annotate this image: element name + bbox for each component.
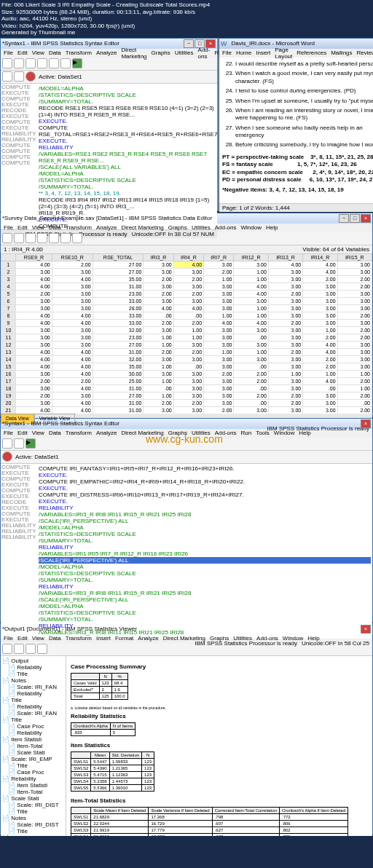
data-cell[interactable]: 31.00 bbox=[93, 283, 144, 290]
tree-item[interactable]: 📄 Output bbox=[2, 658, 64, 664]
close-button[interactable]: × bbox=[361, 419, 371, 428]
data-cell[interactable]: 3.00 bbox=[144, 268, 173, 275]
data-cell[interactable]: 3.00 bbox=[337, 341, 372, 348]
minimize-button[interactable]: − bbox=[339, 214, 349, 223]
menu-help[interactable]: Help bbox=[266, 224, 278, 231]
data-cell[interactable]: 3.00 bbox=[16, 399, 52, 406]
menu-utilities[interactable]: Utilities bbox=[192, 430, 211, 436]
menu-graphs[interactable]: Graphs bbox=[152, 50, 170, 56]
menu-insert[interactable]: Insert bbox=[96, 635, 111, 642]
data-cell[interactable]: 3.00 bbox=[52, 268, 93, 275]
tree-item[interactable]: 📄 Title bbox=[2, 671, 64, 677]
syntax-editor[interactable]: COMPUTE IRI_FANTASY=IRI1+IRI5+IRI7_R+IRI… bbox=[37, 464, 372, 639]
menu-direct-marketing[interactable]: Direct Marketing bbox=[121, 430, 163, 436]
data-cell[interactable]: 31.00 bbox=[93, 399, 144, 406]
data-cell[interactable]: 3.00 bbox=[204, 377, 234, 384]
data-cell[interactable]: 3.00 bbox=[268, 312, 302, 319]
data-cell[interactable]: 4.00 bbox=[234, 290, 268, 297]
tree-item[interactable]: 📄 Notes bbox=[2, 677, 64, 684]
data-cell[interactable]: 4.00 bbox=[303, 268, 337, 275]
print-icon[interactable] bbox=[25, 644, 36, 654]
data-cell[interactable]: 4.00 bbox=[303, 341, 337, 348]
data-cell[interactable]: 2.00 bbox=[173, 275, 203, 283]
data-cell[interactable]: 4.00 bbox=[52, 363, 93, 370]
data-cell[interactable]: 3.00 bbox=[16, 304, 52, 312]
tree-item[interactable]: 📄 Item-Total bbox=[2, 743, 64, 749]
data-cell[interactable]: 3.00 bbox=[173, 297, 203, 304]
minimize-button[interactable]: − bbox=[184, 39, 194, 48]
tree-item[interactable]: 📄 Scale: IRI_EMP bbox=[2, 756, 64, 762]
data-cell[interactable]: 4.00 bbox=[52, 275, 93, 283]
find-icon[interactable] bbox=[60, 58, 71, 68]
menu-analyze[interactable]: Analyze bbox=[96, 224, 117, 231]
data-cell[interactable]: 3.00 bbox=[16, 268, 52, 275]
undo-icon[interactable] bbox=[37, 58, 47, 68]
tree-item[interactable]: 📄 Reliability bbox=[2, 664, 64, 671]
tree-item[interactable]: 📄 Title bbox=[2, 762, 64, 769]
menu-tools[interactable]: Tools bbox=[256, 430, 270, 436]
data-cell[interactable]: 31.00 bbox=[93, 406, 144, 414]
data-cell[interactable]: 31.00 bbox=[93, 384, 144, 392]
row-number[interactable]: 5 bbox=[1, 290, 16, 297]
data-cell[interactable]: 3.00 bbox=[173, 384, 203, 392]
data-cell[interactable]: 3.00 bbox=[52, 392, 93, 399]
save-icon[interactable] bbox=[14, 58, 24, 68]
data-cell[interactable]: 3.00 bbox=[268, 377, 302, 384]
data-cell[interactable]: 3.00 bbox=[268, 304, 302, 312]
data-cell[interactable]: 1.00 bbox=[337, 384, 372, 392]
data-cell[interactable]: 3.00 bbox=[173, 392, 203, 399]
tb-icon[interactable] bbox=[2, 71, 12, 82]
menu-file[interactable]: File bbox=[4, 224, 13, 231]
row-number[interactable]: 16 bbox=[1, 370, 16, 377]
data-cell[interactable]: 3.00 bbox=[337, 261, 372, 268]
data-cell[interactable]: 3.00 bbox=[303, 319, 337, 326]
data-cell[interactable]: 35.00 bbox=[93, 363, 144, 370]
menu-transform[interactable]: Transform bbox=[66, 224, 92, 231]
find-icon[interactable] bbox=[60, 233, 71, 243]
menu-view[interactable]: View bbox=[32, 50, 44, 56]
data-cell[interactable]: 4.00 bbox=[52, 384, 93, 392]
column-header[interactable]: IRI15_R bbox=[337, 253, 372, 261]
data-cell[interactable]: 4.00 bbox=[52, 406, 93, 414]
menu-utilities[interactable]: Utilities bbox=[233, 635, 252, 642]
export-icon[interactable] bbox=[37, 644, 47, 654]
menu-transform[interactable]: Transform bbox=[66, 635, 92, 642]
tree-item[interactable]: 📄 Scale Stati bbox=[2, 749, 64, 756]
menu-file[interactable]: File bbox=[222, 50, 232, 56]
data-cell[interactable]: 3.00 bbox=[52, 326, 93, 334]
menubar[interactable]: FileEditViewDataTransformAnalyzeDirect M… bbox=[1, 49, 217, 58]
menu-edit[interactable]: Edit bbox=[17, 50, 28, 56]
data-cell[interactable]: 3.00 bbox=[337, 348, 372, 355]
data-cell[interactable]: 4.00 bbox=[234, 319, 268, 326]
data-cell[interactable]: 32.00 bbox=[93, 355, 144, 363]
menu-window[interactable]: Window bbox=[240, 224, 261, 231]
data-cell[interactable]: 4.00 bbox=[52, 319, 93, 326]
data-cell[interactable]: 1.00 bbox=[204, 275, 234, 283]
maximize-button[interactable]: □ bbox=[350, 214, 360, 223]
data-cell[interactable]: 2.00 bbox=[303, 355, 337, 363]
data-cell[interactable]: 4.00 bbox=[173, 304, 203, 312]
column-header[interactable]: IRI14_R bbox=[303, 253, 337, 261]
data-cell[interactable]: 4.00 bbox=[16, 283, 52, 290]
tree-item[interactable]: 📄 Scale: IRI_FAN bbox=[2, 684, 64, 690]
data-cell[interactable]: 2.00 bbox=[268, 348, 302, 355]
data-cell[interactable]: 3.00 bbox=[16, 334, 52, 341]
data-cell[interactable]: 2.00 bbox=[204, 370, 234, 377]
menu-transform[interactable]: Transform bbox=[66, 430, 92, 436]
data-cell[interactable]: 2.00 bbox=[337, 312, 372, 319]
menu-direct-marketing[interactable]: Direct Marketing bbox=[121, 224, 163, 231]
data-cell[interactable]: 3.00 bbox=[173, 406, 203, 414]
menu-data[interactable]: Data bbox=[49, 224, 61, 231]
data-cell[interactable]: .00 bbox=[144, 384, 173, 392]
close-button[interactable]: × bbox=[361, 214, 371, 223]
row-number[interactable]: 15 bbox=[1, 363, 16, 370]
run-icon[interactable]: ▶ bbox=[72, 58, 82, 68]
data-cell[interactable]: 3.00 bbox=[204, 355, 234, 363]
row-number[interactable]: 13 bbox=[1, 348, 16, 355]
data-cell[interactable]: 3.00 bbox=[337, 304, 372, 312]
data-cell[interactable]: 3.00 bbox=[268, 297, 302, 304]
tree-item[interactable]: 📄 Item Statisti bbox=[2, 736, 64, 743]
data-cell[interactable]: 3.00 bbox=[204, 304, 234, 312]
data-cell[interactable]: 1.00 bbox=[234, 275, 268, 283]
data-cell[interactable]: 3.00 bbox=[234, 341, 268, 348]
